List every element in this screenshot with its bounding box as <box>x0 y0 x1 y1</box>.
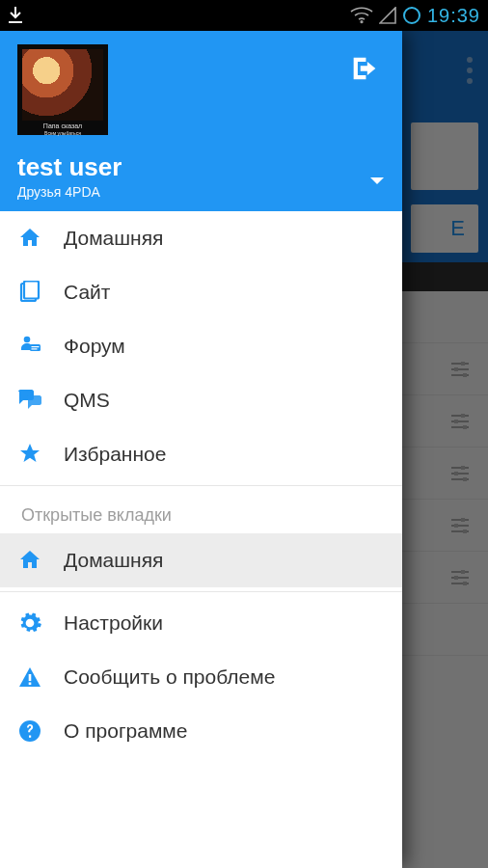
network-icon <box>379 7 396 24</box>
status-clock: 19:39 <box>427 5 480 27</box>
chevron-down-icon[interactable] <box>369 173 385 190</box>
svg-rect-22 <box>29 674 32 681</box>
menu-item-label: Домашняя <box>64 227 163 250</box>
home-icon <box>17 227 42 250</box>
logout-icon[interactable] <box>348 52 381 89</box>
forum-icon <box>17 335 42 358</box>
svg-point-0 <box>404 8 420 23</box>
svg-rect-23 <box>29 683 32 686</box>
battery-icon <box>402 6 421 25</box>
user-name: test user <box>17 152 122 182</box>
svg-rect-20 <box>32 346 40 347</box>
avatar[interactable]: Папа сказал Всем улыбаться <box>17 44 108 135</box>
svg-rect-17 <box>24 282 39 299</box>
help-icon <box>17 719 42 743</box>
menu-item-label: QMS <box>64 389 110 412</box>
open-tab-item[interactable]: Домашняя <box>0 533 402 587</box>
menu-item-qms[interactable]: QMS <box>0 373 402 427</box>
menu-item-site[interactable]: Сайт <box>0 265 402 319</box>
menu-item-home[interactable]: Домашняя <box>0 211 402 265</box>
chat-icon <box>17 390 42 411</box>
menu-item-about[interactable]: О программе <box>0 704 402 758</box>
divider <box>0 485 402 486</box>
svg-point-18 <box>24 337 31 343</box>
download-icon <box>8 7 23 24</box>
site-icon <box>17 281 42 304</box>
menu-item-label: О программе <box>64 719 187 743</box>
home-icon <box>17 549 42 572</box>
menu-item-forum[interactable]: Форум <box>0 319 402 373</box>
warning-icon <box>17 665 42 689</box>
menu-item-label: Сообщить о проблеме <box>64 665 275 689</box>
menu-item-label: Сайт <box>64 281 110 304</box>
menu-item-settings[interactable]: Настройки <box>0 596 402 650</box>
avatar-caption: Папа сказал <box>22 122 103 129</box>
menu-item-label: Избранное <box>64 443 166 466</box>
menu-item-label: Форум <box>64 335 125 358</box>
menu-item-label: Настройки <box>64 611 163 635</box>
open-tab-label: Домашняя <box>64 549 163 572</box>
open-tabs-title: Открытые вкладки <box>0 490 402 533</box>
svg-rect-19 <box>30 344 41 351</box>
drawer-header[interactable]: Папа сказал Всем улыбаться test user Дру… <box>0 31 402 211</box>
divider <box>0 591 402 592</box>
gear-icon <box>17 610 42 636</box>
svg-rect-21 <box>32 348 38 349</box>
star-icon <box>17 443 42 466</box>
menu-item-report[interactable]: Сообщить о проблеме <box>0 650 402 704</box>
wifi-icon <box>350 7 373 24</box>
menu-item-favorites[interactable]: Избранное <box>0 427 402 481</box>
android-status-bar: 19:39 <box>0 0 488 31</box>
navigation-drawer: Папа сказал Всем улыбаться test user Дру… <box>0 31 402 868</box>
user-subtitle: Друзья 4PDA <box>17 184 122 200</box>
